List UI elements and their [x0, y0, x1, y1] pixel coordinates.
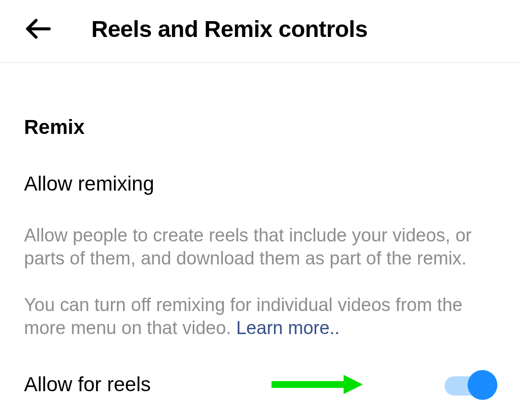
content: Remix Allow remixing Allow people to cre…: [0, 63, 519, 396]
svg-marker-2: [344, 375, 363, 394]
page-title: Reels and Remix controls: [91, 16, 368, 42]
description-1: Allow people to create reels that includ…: [24, 224, 495, 270]
toggle-label: Allow for reels: [24, 373, 151, 396]
setting-heading-allow-remixing: Allow remixing: [24, 172, 495, 195]
toggle-row-allow-for-reels: Allow for reels: [24, 373, 495, 396]
section-heading-remix: Remix: [24, 116, 495, 139]
learn-more-link[interactable]: Learn more..: [236, 318, 339, 338]
toggle-knob: [468, 370, 497, 400]
back-icon[interactable]: [24, 14, 53, 43]
allow-for-reels-toggle[interactable]: [445, 374, 495, 396]
header: Reels and Remix controls: [0, 0, 519, 63]
annotation-arrow-icon: [272, 372, 363, 396]
description-2: You can turn off remixing for individual…: [24, 294, 495, 339]
